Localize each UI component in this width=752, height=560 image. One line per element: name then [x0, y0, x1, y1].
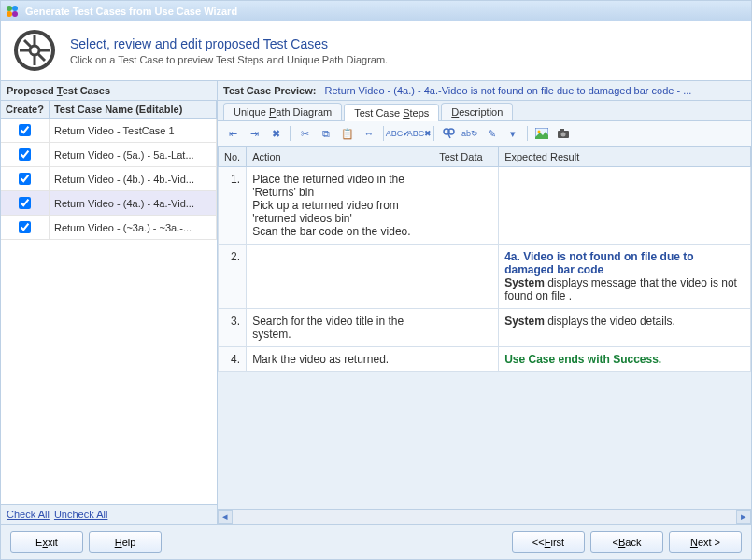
svg-point-1	[12, 6, 18, 11]
step-action[interactable]: Place the returned video in the 'Returns…	[247, 167, 433, 245]
tab-unique-path-diagram[interactable]: Unique Path Diagram	[223, 103, 342, 120]
svg-point-19	[561, 133, 566, 137]
step-no: 1.	[219, 167, 247, 245]
test-case-name[interactable]: Return Video - (5a.) - 5a.-Lat...	[49, 143, 216, 167]
image-button[interactable]	[532, 124, 551, 143]
help-button[interactable]: Help	[89, 531, 162, 553]
check-links: Check All Uncheck All	[1, 504, 217, 524]
create-checkbox[interactable]	[19, 148, 31, 161]
test-case-row[interactable]: Return Video - (5a.) - 5a.-Lat...	[1, 143, 217, 167]
replace-button[interactable]: ab↻	[461, 124, 479, 143]
find-button[interactable]	[439, 124, 458, 143]
preview-header: Test Case Preview: Return Video - (4a.) …	[218, 81, 751, 101]
step-row[interactable]: 3.Search for the video title in the syst…	[219, 309, 751, 347]
step-row[interactable]: 1.Place the returned video in the 'Retur…	[219, 167, 751, 245]
window-title: Generate Test Cases from Use Case Wizard	[25, 6, 237, 17]
preview-value: Return Video - (4a.) - 4a.-Video is not …	[325, 85, 692, 96]
test-case-row[interactable]: Return Video - (4a.) - 4a.-Vid...	[1, 191, 217, 216]
next-button[interactable]: Next >	[669, 531, 742, 553]
steps-table: No. Action Test Data Expected Result 1.P…	[218, 147, 751, 372]
test-case-name[interactable]: Return Video - (~3a.) - ~3a.-...	[49, 216, 216, 240]
step-testdata[interactable]	[433, 245, 499, 309]
col-name[interactable]: Test Case Name (Editable)	[49, 101, 216, 119]
edit-button[interactable]: ✎	[482, 124, 501, 143]
step-expected[interactable]: Use Case ends with Success.	[499, 347, 751, 372]
preview-panel: Test Case Preview: Return Video - (4a.) …	[218, 81, 751, 524]
step-row[interactable]: 4.Mark the video as returned.Use Case en…	[219, 347, 751, 372]
panel-title: Proposed Test Cases	[1, 81, 217, 101]
svg-line-10	[24, 40, 31, 47]
back-button[interactable]: < Back	[590, 531, 663, 553]
move-button[interactable]: ↔	[360, 124, 378, 143]
uncheck-all-link[interactable]: Uncheck All	[54, 509, 107, 520]
cut-button[interactable]: ✂	[295, 124, 314, 143]
col-no[interactable]: No.	[219, 147, 247, 167]
check-all-link[interactable]: Check All	[7, 509, 50, 520]
insert-before-button[interactable]: ⇤	[223, 124, 242, 143]
tabs: Unique Path Diagram Test Case Steps Desc…	[218, 101, 751, 121]
test-case-name[interactable]: Return Video - (4a.) - 4a.-Vid...	[49, 191, 216, 216]
tab-description[interactable]: Description	[441, 103, 513, 120]
page-subtitle: Click on a Test Case to preview Test Ste…	[70, 54, 740, 65]
col-expected[interactable]: Expected Result	[499, 147, 751, 167]
col-create[interactable]: Create?	[1, 101, 49, 119]
dropdown-button[interactable]: ▾	[504, 124, 522, 143]
create-checkbox[interactable]	[19, 173, 31, 185]
svg-line-14	[448, 134, 450, 138]
step-no: 2.	[219, 245, 247, 309]
step-action[interactable]: Mark the video as returned.	[247, 347, 433, 372]
camera-button[interactable]	[554, 124, 573, 143]
step-expected[interactable]	[499, 167, 751, 245]
create-checkbox[interactable]	[19, 124, 31, 136]
svg-point-2	[7, 11, 12, 17]
svg-point-0	[7, 6, 12, 11]
svg-rect-18	[560, 129, 564, 132]
step-no: 3.	[219, 309, 247, 347]
step-testdata[interactable]	[433, 309, 499, 347]
footer: Exxit Help << First < Back Next >	[1, 524, 751, 559]
scroll-left-icon[interactable]: ◂	[218, 510, 233, 524]
scroll-right-icon[interactable]: ▸	[736, 510, 751, 524]
step-expected[interactable]: 4a. Video is not found on file due to da…	[499, 245, 751, 309]
spellcheck-on-button[interactable]: ABC✔	[389, 124, 407, 143]
wizard-window: Generate Test Cases from Use Case Wizard…	[0, 0, 752, 560]
header: Select, review and edit proposed Test Ca…	[1, 21, 751, 81]
test-case-name[interactable]: Return Video - (4b.) - 4b.-Vid...	[49, 167, 216, 191]
paste-button[interactable]: 📋	[338, 124, 357, 143]
spellcheck-off-button[interactable]: ABC✖	[410, 124, 429, 143]
exit-button[interactable]: Exxit	[10, 531, 83, 553]
create-checkbox[interactable]	[19, 221, 31, 233]
step-expected[interactable]: System displays the video details.	[499, 309, 751, 347]
test-case-row[interactable]: Return Video - TestCase 1	[1, 119, 217, 143]
svg-point-5	[30, 46, 39, 55]
test-case-row[interactable]: Return Video - (~3a.) - ~3a.-...	[1, 216, 217, 240]
delete-row-button[interactable]: ✖	[266, 124, 285, 143]
step-testdata[interactable]	[433, 347, 499, 372]
test-case-row[interactable]: Return Video - (4b.) - 4b.-Vid...	[1, 167, 217, 191]
step-no: 4.	[219, 347, 247, 372]
app-icon	[5, 4, 20, 19]
test-case-name[interactable]: Return Video - TestCase 1	[49, 119, 216, 143]
horizontal-scrollbar[interactable]: ◂ ▸	[218, 509, 751, 524]
page-title: Select, review and edit proposed Test Ca…	[70, 36, 740, 51]
copy-button[interactable]: ⧉	[317, 124, 335, 143]
svg-point-3	[12, 11, 18, 17]
first-button[interactable]: << First	[512, 531, 585, 553]
col-action[interactable]: Action	[247, 147, 433, 167]
col-testdata[interactable]: Test Data	[433, 147, 499, 167]
step-row[interactable]: 2.4a. Video is not found on file due to …	[219, 245, 751, 309]
step-action[interactable]	[247, 245, 433, 309]
proposed-test-cases-panel: Proposed Test Cases Create? Test Case Na…	[1, 81, 218, 524]
test-cases-table: Create? Test Case Name (Editable) Return…	[1, 101, 217, 240]
tab-test-case-steps[interactable]: Test Case Steps	[344, 104, 439, 121]
gear-icon	[12, 28, 57, 75]
insert-after-button[interactable]: ⇥	[245, 124, 263, 143]
step-action[interactable]: Search for the video title in the system…	[247, 309, 433, 347]
titlebar: Generate Test Cases from Use Case Wizard	[1, 1, 751, 21]
toolbar: ⇤ ⇥ ✖ ✂ ⧉ 📋 ↔ ABC✔ ABC✖ ab↻ ✎ ▾	[218, 121, 751, 147]
svg-line-11	[38, 54, 45, 61]
create-checkbox[interactable]	[19, 197, 31, 209]
step-testdata[interactable]	[433, 167, 499, 245]
